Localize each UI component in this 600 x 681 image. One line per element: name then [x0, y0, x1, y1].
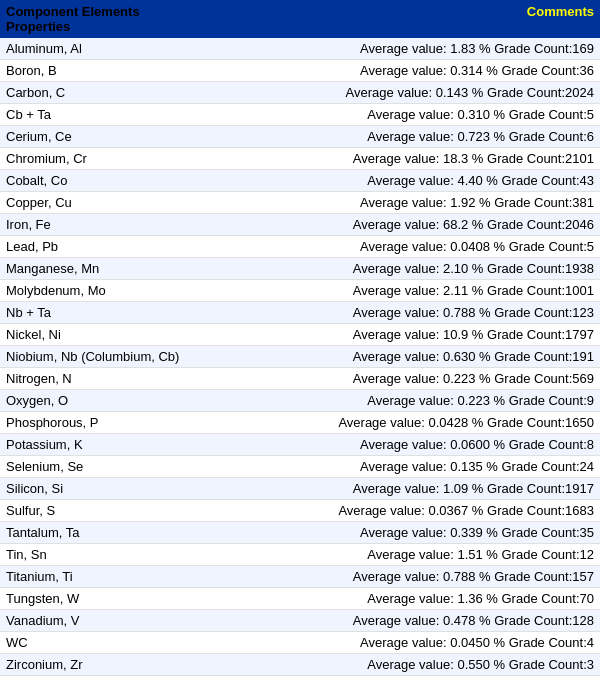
element-value: Average value: 0.478 % Grade Count:128 — [206, 613, 594, 628]
header-comments: Comments — [206, 4, 594, 34]
element-value: Average value: 2.11 % Grade Count:1001 — [206, 283, 594, 298]
element-value: Average value: 2.10 % Grade Count:1938 — [206, 261, 594, 276]
element-value: Average value: 1.92 % Grade Count:381 — [206, 195, 594, 210]
element-value: Average value: 1.09 % Grade Count:1917 — [206, 481, 594, 496]
element-name: Nitrogen, N — [6, 371, 206, 386]
table-row[interactable]: Sulfur, SAverage value: 0.0367 % Grade C… — [0, 500, 600, 522]
element-value: Average value: 0.223 % Grade Count:9 — [206, 393, 594, 408]
element-value: Average value: 0.550 % Grade Count:3 — [206, 657, 594, 672]
element-name: Aluminum, Al — [6, 41, 206, 56]
element-value: Average value: 0.223 % Grade Count:569 — [206, 371, 594, 386]
element-name: Phosphorous, P — [6, 415, 206, 430]
element-value: Average value: 4.40 % Grade Count:43 — [206, 173, 594, 188]
element-value: Average value: 0.0428 % Grade Count:1650 — [206, 415, 594, 430]
element-value: Average value: 0.135 % Grade Count:24 — [206, 459, 594, 474]
element-name: Titanium, Ti — [6, 569, 206, 584]
table-row[interactable]: WCAverage value: 0.0450 % Grade Count:4 — [0, 632, 600, 654]
element-value: Average value: 0.143 % Grade Count:2024 — [206, 85, 594, 100]
table-row[interactable]: Silicon, SiAverage value: 1.09 % Grade C… — [0, 478, 600, 500]
element-value: Average value: 0.788 % Grade Count:157 — [206, 569, 594, 584]
table-row[interactable]: Niobium, Nb (Columbium, Cb)Average value… — [0, 346, 600, 368]
element-value: Average value: 0.0450 % Grade Count:4 — [206, 635, 594, 650]
table-row[interactable]: Iron, FeAverage value: 68.2 % Grade Coun… — [0, 214, 600, 236]
element-value: Average value: 68.2 % Grade Count:2046 — [206, 217, 594, 232]
table-body: Aluminum, AlAverage value: 1.83 % Grade … — [0, 38, 600, 676]
element-name: Sulfur, S — [6, 503, 206, 518]
element-name: Cb + Ta — [6, 107, 206, 122]
table-row[interactable]: Cerium, CeAverage value: 0.723 % Grade C… — [0, 126, 600, 148]
element-name: Cerium, Ce — [6, 129, 206, 144]
table-row[interactable]: Boron, BAverage value: 0.314 % Grade Cou… — [0, 60, 600, 82]
element-name: Manganese, Mn — [6, 261, 206, 276]
element-name: Nickel, Ni — [6, 327, 206, 342]
element-value: Average value: 0.339 % Grade Count:35 — [206, 525, 594, 540]
element-value: Average value: 0.0408 % Grade Count:5 — [206, 239, 594, 254]
element-name: Tantalum, Ta — [6, 525, 206, 540]
table-row[interactable]: Nitrogen, NAverage value: 0.223 % Grade … — [0, 368, 600, 390]
element-value: Average value: 0.0367 % Grade Count:1683 — [206, 503, 594, 518]
table-row[interactable]: Chromium, CrAverage value: 18.3 % Grade … — [0, 148, 600, 170]
element-value: Average value: 0.630 % Grade Count:191 — [206, 349, 594, 364]
element-value: Average value: 18.3 % Grade Count:2101 — [206, 151, 594, 166]
table-row[interactable]: Aluminum, AlAverage value: 1.83 % Grade … — [0, 38, 600, 60]
element-name: Zirconium, Zr — [6, 657, 206, 672]
table-row[interactable]: Oxygen, OAverage value: 0.223 % Grade Co… — [0, 390, 600, 412]
table-row[interactable]: Carbon, CAverage value: 0.143 % Grade Co… — [0, 82, 600, 104]
table-row[interactable]: Manganese, MnAverage value: 2.10 % Grade… — [0, 258, 600, 280]
element-value: Average value: 0.0600 % Grade Count:8 — [206, 437, 594, 452]
element-name: Nb + Ta — [6, 305, 206, 320]
element-value: Average value: 1.51 % Grade Count:12 — [206, 547, 594, 562]
table-header: Component Elements Properties Comments — [0, 0, 600, 38]
element-value: Average value: 0.788 % Grade Count:123 — [206, 305, 594, 320]
table-row[interactable]: Nickel, NiAverage value: 10.9 % Grade Co… — [0, 324, 600, 346]
element-value: Average value: 0.723 % Grade Count:6 — [206, 129, 594, 144]
table-row[interactable]: Potassium, KAverage value: 0.0600 % Grad… — [0, 434, 600, 456]
table-row[interactable]: Zirconium, ZrAverage value: 0.550 % Grad… — [0, 654, 600, 676]
element-name: Silicon, Si — [6, 481, 206, 496]
table-row[interactable]: Vanadium, VAverage value: 0.478 % Grade … — [0, 610, 600, 632]
properties-table: Component Elements Properties Comments A… — [0, 0, 600, 676]
element-name: Vanadium, V — [6, 613, 206, 628]
element-name: Copper, Cu — [6, 195, 206, 210]
element-value: Average value: 10.9 % Grade Count:1797 — [206, 327, 594, 342]
element-name: Niobium, Nb (Columbium, Cb) — [6, 349, 206, 364]
element-name: Iron, Fe — [6, 217, 206, 232]
table-row[interactable]: Molybdenum, MoAverage value: 2.11 % Grad… — [0, 280, 600, 302]
table-row[interactable]: Titanium, TiAverage value: 0.788 % Grade… — [0, 566, 600, 588]
element-name: Tin, Sn — [6, 547, 206, 562]
element-name: WC — [6, 635, 206, 650]
element-name: Oxygen, O — [6, 393, 206, 408]
table-row[interactable]: Selenium, SeAverage value: 0.135 % Grade… — [0, 456, 600, 478]
element-value: Average value: 0.310 % Grade Count:5 — [206, 107, 594, 122]
element-name: Tungsten, W — [6, 591, 206, 606]
table-row[interactable]: Cb + TaAverage value: 0.310 % Grade Coun… — [0, 104, 600, 126]
element-name: Carbon, C — [6, 85, 206, 100]
element-name: Chromium, Cr — [6, 151, 206, 166]
element-value: Average value: 0.314 % Grade Count:36 — [206, 63, 594, 78]
table-row[interactable]: Phosphorous, PAverage value: 0.0428 % Gr… — [0, 412, 600, 434]
table-row[interactable]: Cobalt, CoAverage value: 4.40 % Grade Co… — [0, 170, 600, 192]
table-row[interactable]: Tungsten, WAverage value: 1.36 % Grade C… — [0, 588, 600, 610]
element-name: Selenium, Se — [6, 459, 206, 474]
element-name: Molybdenum, Mo — [6, 283, 206, 298]
element-value: Average value: 1.83 % Grade Count:169 — [206, 41, 594, 56]
table-row[interactable]: Tin, SnAverage value: 1.51 % Grade Count… — [0, 544, 600, 566]
table-row[interactable]: Tantalum, TaAverage value: 0.339 % Grade… — [0, 522, 600, 544]
table-row[interactable]: Nb + TaAverage value: 0.788 % Grade Coun… — [0, 302, 600, 324]
element-name: Cobalt, Co — [6, 173, 206, 188]
element-name: Lead, Pb — [6, 239, 206, 254]
element-name: Potassium, K — [6, 437, 206, 452]
header-element: Component Elements Properties — [6, 4, 206, 34]
table-row[interactable]: Lead, PbAverage value: 0.0408 % Grade Co… — [0, 236, 600, 258]
element-value: Average value: 1.36 % Grade Count:70 — [206, 591, 594, 606]
table-row[interactable]: Copper, CuAverage value: 1.92 % Grade Co… — [0, 192, 600, 214]
element-name: Boron, B — [6, 63, 206, 78]
